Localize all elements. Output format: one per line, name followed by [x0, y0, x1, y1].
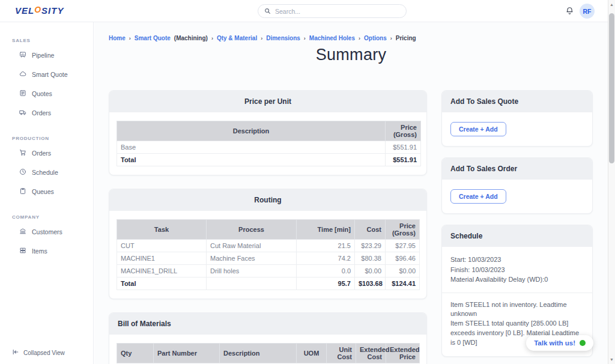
breadcrumb-pricing-current: Pricing [396, 35, 416, 41]
cloud-icon [19, 70, 26, 79]
clipboard-icon [19, 187, 26, 196]
search-icon [264, 6, 271, 17]
cell-price: $27.95 [386, 240, 420, 252]
scrollbar-thumb[interactable] [609, 13, 614, 163]
sidebar-item-label: Smart Quote [32, 71, 68, 78]
sidebar-section-production: PRODUCTION Orders Schedule Queues [0, 136, 93, 199]
breadcrumb: Home › Smart Quote (Machining) › Qty & M… [94, 35, 608, 41]
col-time: Time [min] [297, 220, 355, 240]
sidebar-item-sales-orders[interactable]: Orders [0, 106, 93, 120]
chat-label: Talk with us! [534, 339, 575, 347]
breadcrumb-options[interactable]: Options [364, 35, 387, 41]
table-row: MACHINE1 Machine Faces 74.2 $80.38 $96.4… [117, 252, 420, 265]
scrollbar-down-arrow[interactable]: ▼ [608, 357, 615, 362]
table-row: CUT Cut Raw Material 21.5 $23.29 $27.95 [117, 240, 420, 252]
col-task: Task [117, 220, 207, 240]
sidebar-item-label: Quotes [32, 90, 52, 97]
collapse-arrow-icon [12, 348, 19, 357]
cart-icon [19, 149, 26, 157]
sidebar-item-quotes[interactable]: Quotes [0, 86, 93, 101]
sidebar-item-schedule[interactable]: Schedule [0, 165, 93, 180]
online-status-dot [580, 340, 586, 346]
sidebar-section-sales: SALES Pipeline Smart Quote Quotes Orders [0, 38, 93, 120]
scrollbar-up-arrow[interactable]: ▲ [608, 2, 615, 7]
col-qty: Qty [117, 344, 154, 363]
user-avatar[interactable]: RF [580, 4, 595, 19]
cell-total-cost: $103.68 [355, 278, 386, 290]
sidebar-section-company: COMPANY Customers Items [0, 214, 93, 258]
col-price-gross: Price (Gross) [386, 220, 420, 240]
cell-total-label: Total [117, 154, 386, 166]
breadcrumb-machined-holes[interactable]: Machined Holes [309, 35, 355, 41]
cell-cost: $80.38 [355, 252, 386, 265]
add-to-sales-order-title: Add To Sales Order [442, 158, 592, 180]
clock-icon [19, 168, 26, 177]
sidebar-item-label: Orders [32, 150, 51, 157]
table-total-row: Total $551.91 [117, 154, 421, 166]
col-part-number: Part Number [154, 344, 220, 363]
table-row: Base $551.91 [117, 141, 421, 154]
breadcrumb-smart-quote[interactable]: Smart Quote [135, 35, 171, 41]
pipeline-icon [19, 51, 26, 59]
logo-text-left: VEL [15, 5, 34, 16]
velosity-logo[interactable]: VELOSITY [15, 5, 64, 16]
cell-process: Machine Faces [207, 252, 297, 265]
collapse-sidebar-button[interactable]: Collapsed View [12, 348, 65, 357]
sidebar-section-label: SALES [12, 38, 93, 43]
sidebar-item-production-orders[interactable]: Orders [0, 146, 93, 160]
breadcrumb-home[interactable]: Home [109, 35, 126, 41]
cell-cost: $23.29 [355, 240, 386, 252]
cell-cost: $0.00 [355, 265, 386, 278]
sidebar-item-label: Items [32, 247, 47, 255]
notifications-bell-icon[interactable] [565, 7, 575, 16]
boxes-icon [19, 247, 26, 255]
breadcrumb-separator: › [390, 35, 392, 41]
cell-total-time: 95.7 [297, 278, 355, 290]
side-column: Add To Sales Quote Create + Add Add To S… [441, 90, 593, 364]
col-unit-cost: Unit Cost [327, 344, 356, 363]
sidebar-nav: SALES Pipeline Smart Quote Quotes Orders… [0, 22, 94, 364]
sidebar-item-queues[interactable]: Queues [0, 184, 93, 199]
create-add-order-button[interactable]: Create + Add [450, 189, 506, 204]
add-to-sales-quote-title: Add To Sales Quote [442, 91, 592, 112]
sidebar-item-items[interactable]: Items [0, 244, 93, 258]
breadcrumb-separator: › [261, 35, 262, 41]
schedule-title: Schedule [442, 225, 592, 247]
cell-time: 21.5 [297, 240, 355, 252]
cell-description: Base [117, 141, 386, 154]
cell-price: $96.46 [386, 252, 420, 265]
schedule-dates: Start: 10/03/2023 Finish: 10/03/2023 Mat… [442, 247, 592, 293]
cell-total-label: Total [117, 278, 207, 290]
cell-time: 0.0 [297, 265, 355, 278]
logo-o-icon: O [34, 5, 41, 14]
col-description: Description [117, 121, 386, 141]
page-title: Summary [94, 46, 608, 64]
table-header-row: Qty Part Number Description UOM Unit Cos… [117, 344, 420, 363]
table-row: MACHINE1_DRILL Drill holes 0.0 $0.00 $0.… [117, 265, 420, 278]
breadcrumb-dimensions[interactable]: Dimensions [266, 35, 300, 41]
search-input[interactable]: Search... [258, 4, 407, 18]
sidebar-item-label: Orders [32, 109, 51, 117]
schedule-warning-1: Item STEEL1 not in inventory. Leadtime u… [450, 300, 584, 320]
sidebar-item-smart-quote[interactable]: Smart Quote [0, 67, 93, 82]
page-scrollbar[interactable]: ▲ ▼ [608, 0, 615, 364]
chat-launcher-button[interactable]: Talk with us! [526, 335, 593, 351]
breadcrumb-separator: › [304, 35, 306, 41]
cell-process: Drill holes [207, 265, 297, 278]
col-process: Process [207, 220, 297, 240]
bill-of-materials-title: Bill of Materials [109, 313, 426, 335]
create-add-quote-button[interactable]: Create + Add [450, 122, 506, 136]
avatar-initials: RF [583, 8, 592, 15]
schedule-finish: Finish: 10/03/2023 [450, 265, 584, 275]
col-cost: Cost [355, 220, 386, 240]
cell-total-price: $551.91 [386, 154, 421, 166]
add-to-sales-order-card: Add To Sales Order Create + Add [441, 157, 593, 214]
sidebar-item-customers[interactable]: Customers [0, 225, 93, 239]
bom-table: Qty Part Number Description UOM Unit Cos… [117, 343, 420, 364]
search-placeholder: Search... [275, 8, 300, 15]
sidebar-item-label: Customers [32, 228, 62, 235]
breadcrumb-qty-material[interactable]: Qty & Material [217, 35, 257, 41]
sidebar-item-pipeline[interactable]: Pipeline [0, 48, 93, 62]
price-per-unit-title: Price per Unit [109, 91, 426, 112]
table-header-row: Task Process Time [min] Cost Price (Gros… [117, 220, 420, 240]
